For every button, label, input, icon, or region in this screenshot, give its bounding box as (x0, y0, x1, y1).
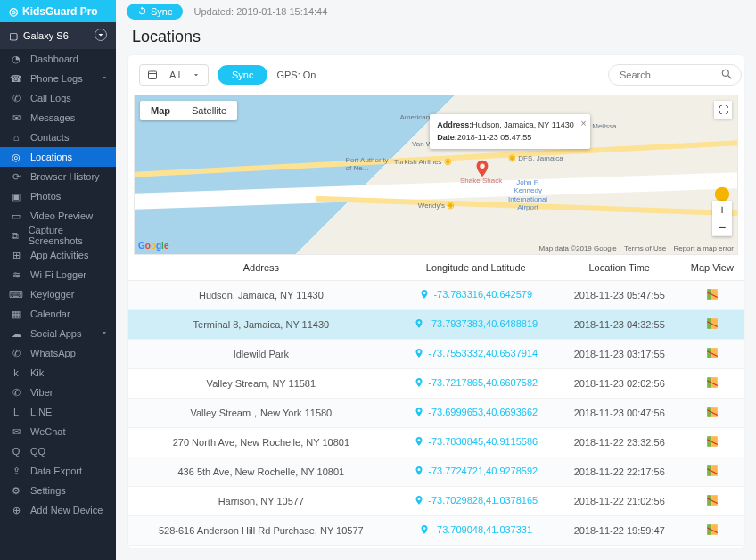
sidebar-item-label: Contacts (30, 132, 69, 143)
sidebar-item-viber[interactable]: ✆Viber (0, 383, 116, 402)
zoom-out-button[interactable]: − (712, 218, 732, 236)
export-icon: ⇪ (9, 465, 23, 477)
sidebar-item-screenshots[interactable]: ⧉Capture Screenshots (0, 226, 116, 245)
map-view-icon[interactable] (706, 523, 719, 536)
table-row[interactable]: Valley Stream，New York 11580-73.6999653,… (128, 399, 744, 428)
google-logo: Google (138, 241, 168, 251)
sidebar-item-video[interactable]: ▭Video Preview (0, 206, 116, 226)
sidebar-item-qq[interactable]: QQQ (0, 441, 116, 461)
cell-address: Bernie Guagnini Brentwood Park (128, 546, 394, 548)
table-row[interactable]: Harrison, NY 10577-73.7029828,41.0378165… (128, 487, 744, 516)
map-view-icon[interactable] (706, 406, 719, 418)
map-type-satellite[interactable]: Satellite (181, 101, 237, 120)
cell-coordinates[interactable]: -73.7553332,40.6537914 (414, 348, 538, 358)
cell-time: 2018-11-22 23:32:56 (558, 428, 681, 457)
sidebar-item-whatsapp[interactable]: ✆WhatsApp (0, 343, 116, 363)
sidebar-item-export[interactable]: ⇪Data Export (0, 461, 116, 481)
sidebar-item-label: Calendar (30, 309, 70, 319)
table-row[interactable]: Hudson, Jamaica, NY 11430-73.783316,40.6… (128, 281, 744, 310)
poi-airport: John F. Kennedy International Airport (508, 178, 547, 212)
table-row[interactable]: Terminal 8, Jamaica, NY 11430-73.7937383… (128, 310, 744, 340)
map-type-map[interactable]: Map (140, 101, 181, 120)
sidebar-item-line[interactable]: LLINE (0, 402, 116, 422)
cell-time: 2018-11-23 02:02:56 (558, 369, 681, 399)
dashboard-icon: ◔ (9, 54, 23, 65)
cell-coordinates[interactable]: -73.7724721,40.9278592 (414, 465, 538, 476)
map-view-icon[interactable] (706, 465, 719, 477)
sidebar-item-settings[interactable]: ⚙Settings (0, 481, 116, 500)
sync-button[interactable]: Sync (127, 4, 183, 20)
phone-icon: ☎ (9, 73, 23, 85)
sidebar-item-app[interactable]: ⊞App Activities (0, 245, 116, 265)
cell-coordinates[interactable]: -73.7029828,41.0378165 (414, 495, 538, 506)
sidebar-item-kik[interactable]: kKik (0, 363, 116, 383)
sidebar-item-messages[interactable]: ✉Messages (0, 108, 116, 128)
map-view-icon[interactable] (706, 288, 719, 301)
cell-coordinates[interactable]: -73.7937383,40.6488819 (414, 318, 538, 329)
table-row[interactable]: 436 5th Ave, New Rochelle, NY 10801-73.7… (128, 457, 744, 487)
map-view-icon[interactable] (706, 317, 719, 330)
table-row[interactable]: Valley Stream, NY 11581-73.7217865,40.66… (128, 369, 744, 399)
cell-coordinates[interactable]: -73.783316,40.642579 (419, 289, 532, 300)
sidebar-item-photos[interactable]: ▣Photos (0, 186, 116, 206)
sidebar-item-contacts[interactable]: ⌂Contacts (0, 128, 116, 147)
sidebar-item-social[interactable]: ☁Social Apps (0, 324, 116, 343)
cell-time: 2018-11-22 21:02:56 (558, 487, 681, 516)
close-icon[interactable]: × (580, 116, 586, 131)
sidebar-item-locations[interactable]: ◎Locations (0, 147, 116, 167)
sync-locations-button[interactable]: Sync (218, 65, 267, 85)
cell-address: 270 North Ave, New Rochelle, NY 10801 (128, 428, 394, 457)
map-view-icon[interactable] (706, 347, 719, 359)
wechat-icon: ✉ (9, 426, 23, 438)
sidebar-item-add-device[interactable]: ⊕Add New Device (0, 500, 116, 520)
chevron-down-icon (100, 328, 109, 339)
page-title: Locations (116, 22, 756, 55)
wifi-icon: ≋ (9, 269, 23, 281)
sidebar-item-label: Capture Screenshots (29, 225, 107, 246)
sidebar-item-label: LINE (30, 407, 52, 417)
map-view-icon[interactable] (706, 494, 719, 506)
fullscreen-button[interactable]: ⛶ (714, 101, 732, 119)
locations-table: AddressLongitude and LatitudeLocation Ti… (128, 255, 744, 548)
search-icon[interactable] (720, 68, 733, 83)
cell-time: 2018-11-22 19:59:47 (558, 516, 681, 546)
device-icon: ▢ (9, 30, 18, 42)
sidebar-item-dashboard[interactable]: ◔Dashboard (0, 49, 116, 69)
cell-time: 2018-11-23 05:47:55 (558, 281, 681, 310)
filter-label: All (169, 70, 180, 80)
table-row[interactable]: 270 North Ave, New Rochelle, NY 10801-73… (128, 428, 744, 457)
cell-coordinates[interactable]: -73.709048,41.037331 (419, 524, 532, 535)
column-header: Location Time (558, 255, 681, 281)
map-pin-icon[interactable] (472, 159, 492, 183)
map-view-icon[interactable] (706, 435, 719, 448)
table-row[interactable]: Idlewild Park-73.7553332,40.65379142018-… (128, 340, 744, 369)
filter-row: All Sync GPS: On (128, 55, 744, 95)
zoom-in-button[interactable]: + (712, 201, 732, 218)
cell-address: Harrison, NY 10577 (128, 487, 394, 516)
sidebar-item-phone-logs[interactable]: ☎Phone Logs (0, 69, 116, 88)
search-box (608, 64, 733, 86)
sidebar-item-browser[interactable]: ⟳Browser History (0, 167, 116, 186)
sidebar-item-keylogger[interactable]: ⌨Keylogger (0, 284, 116, 304)
device-selector[interactable]: ▢ Galaxy S6 (0, 22, 116, 49)
cell-coordinates[interactable]: -73.7217865,40.6607582 (414, 377, 538, 388)
sidebar-item-wifi[interactable]: ≋Wi-Fi Logger (0, 265, 116, 284)
cell-time: 2018-11-23 00:47:56 (558, 399, 681, 428)
sidebar-item-calendar[interactable]: ▦Calendar (0, 304, 116, 324)
locations-table-wrap: AddressLongitude and LatitudeLocation Ti… (128, 255, 744, 548)
brand-name: KidsGuard Pro (22, 5, 98, 18)
attrib-report[interactable]: Report a map error (673, 244, 734, 252)
table-row[interactable]: 528-616 Anderson Hill Rd Purchase, NY 10… (128, 516, 744, 546)
sync-label: Sync (151, 6, 172, 17)
plus-icon: ⊕ (9, 505, 23, 516)
map-view-icon[interactable] (706, 376, 719, 389)
cell-coordinates[interactable]: -73.7830845,40.9115586 (414, 436, 538, 447)
cell-coordinates[interactable]: -73.6999653,40.6693662 (414, 407, 538, 417)
viber-icon: ✆ (9, 387, 23, 399)
sidebar-item-wechat[interactable]: ✉WeChat (0, 422, 116, 441)
date-filter-select[interactable]: All (139, 64, 209, 86)
table-row[interactable]: Bernie Guagnini Brentwood Park-73.722251… (128, 546, 744, 548)
sidebar-item-call-logs[interactable]: ✆Call Logs (0, 88, 116, 108)
map[interactable]: Map Satellite ⛶ ⬤ + − John F. Kennedy In… (134, 95, 738, 255)
attrib-terms[interactable]: Terms of Use (624, 244, 666, 252)
